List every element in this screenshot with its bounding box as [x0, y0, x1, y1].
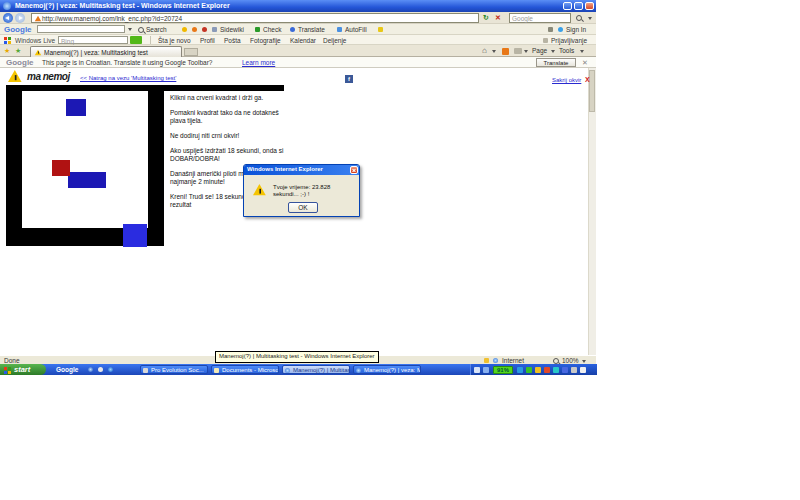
forward-arrow-icon — [19, 16, 23, 20]
battery-indicator[interactable]: 91% — [493, 366, 513, 374]
sidewiki-button[interactable]: Sidewiki — [220, 26, 244, 33]
page-caret-icon[interactable] — [551, 50, 555, 53]
tray-icon[interactable] — [535, 367, 541, 373]
tray-icon[interactable] — [571, 367, 577, 373]
tray-icon[interactable] — [562, 367, 568, 373]
start-button[interactable]: start — [0, 364, 46, 375]
quick-launch-icon[interactable] — [98, 367, 103, 372]
learn-more-link[interactable]: Learn more — [242, 59, 275, 66]
live-sign-in-button[interactable]: Prijavljivanje — [551, 37, 587, 44]
task-button-manemoj-multitasking[interactable]: Manemoj(?) | Multitas... — [282, 365, 350, 374]
ok-button[interactable]: OK — [288, 202, 318, 213]
translate-globe-icon[interactable] — [290, 27, 295, 32]
tools-menu[interactable]: Tools — [559, 47, 574, 54]
search-options-caret-icon[interactable] — [588, 17, 592, 20]
live-link-mail[interactable]: Pošta — [224, 37, 241, 44]
print-icon[interactable] — [514, 48, 522, 54]
live-link-profile[interactable]: Profil — [200, 37, 215, 44]
address-field[interactable]: http://www.manemoj.com/lnk_enc.php?id=20… — [31, 13, 479, 23]
tray-icon[interactable] — [553, 367, 559, 373]
game-red-square[interactable] — [52, 160, 70, 176]
tray-icon[interactable] — [526, 367, 532, 373]
tray-icon[interactable] — [580, 367, 586, 373]
autofill-button[interactable]: AutoFill — [345, 26, 367, 33]
dialog-warning-icon — [253, 184, 266, 195]
tray-volume-icon[interactable] — [474, 367, 480, 373]
translate-bar-button[interactable]: Translate — [536, 58, 576, 67]
task-icon — [356, 368, 361, 373]
start-label: start — [14, 365, 30, 374]
live-link-sharing[interactable]: Deljenje — [323, 37, 347, 44]
title-bar: Manemoj(?) | veza: Multitasking test - W… — [0, 0, 596, 12]
stop-icon[interactable]: ✕ — [495, 14, 501, 22]
autofill-icon[interactable] — [337, 27, 342, 32]
task-button-pro-evolution[interactable]: Pro Evolution Soc... — [140, 365, 208, 374]
task-button-label: Documents - Microsof... — [222, 367, 279, 373]
google-toolbar-search-input[interactable] — [37, 25, 125, 33]
toolbar-search-input[interactable]: Google — [509, 13, 571, 23]
dialog-close-icon[interactable] — [350, 166, 358, 174]
live-link-photos[interactable]: Fotografije — [250, 37, 281, 44]
sidewiki-icon[interactable] — [212, 27, 217, 32]
page-menu[interactable]: Page — [532, 47, 547, 54]
google-sign-in-button[interactable]: Sign In — [566, 26, 586, 33]
site-warning-icon — [35, 16, 41, 22]
highlighter-icon[interactable] — [378, 27, 383, 32]
game-blue-square-top — [66, 99, 86, 116]
notify-close-icon[interactable]: ✕ — [582, 59, 588, 67]
tab-active[interactable]: Manemoj(?) | veza: Multitasking test — [30, 46, 182, 57]
facebook-icon[interactable]: f — [345, 75, 353, 83]
quick-launch-icon[interactable] — [108, 367, 113, 372]
tools-caret-icon[interactable] — [580, 50, 584, 53]
home-icon[interactable]: ⌂ — [482, 46, 487, 55]
close-button[interactable] — [585, 2, 594, 10]
translate-button[interactable]: Translate — [298, 26, 325, 33]
bookmark-star-icon[interactable] — [182, 27, 187, 32]
toolbar-share-icon[interactable] — [202, 27, 207, 32]
tray-icon[interactable] — [517, 367, 523, 373]
task-button-documents[interactable]: Documents - Microsof... — [211, 365, 279, 374]
zoom-caret-icon[interactable] — [582, 360, 586, 363]
forward-button[interactable] — [15, 13, 25, 23]
windows-flag-icon — [4, 371, 7, 374]
zoom-level[interactable]: 100% — [562, 357, 579, 364]
frame-close-x[interactable]: X — [585, 76, 590, 83]
minimize-button[interactable] — [563, 2, 572, 10]
status-text: Done — [4, 357, 20, 364]
hide-frame-link[interactable]: Sakrij okvir — [552, 77, 581, 83]
maximize-button[interactable] — [574, 2, 583, 10]
alert-dialog: Windows Internet Explorer Tvoje vrijeme:… — [243, 164, 360, 217]
add-favorite-icon[interactable]: ★ — [15, 47, 21, 55]
search-icon[interactable] — [576, 15, 582, 21]
toolbar-settings-wrench-icon[interactable] — [548, 27, 553, 32]
back-button[interactable] — [3, 13, 13, 23]
divider — [150, 36, 151, 44]
print-caret-icon[interactable] — [524, 50, 528, 53]
home-caret-icon[interactable] — [492, 50, 496, 53]
google-search-caret-icon[interactable] — [128, 28, 132, 31]
toolbar-widget-icon[interactable] — [192, 27, 197, 32]
live-link-calendar[interactable]: Kalendar — [290, 37, 316, 44]
quick-launch-icon[interactable] — [88, 367, 93, 372]
translate-message: This page is in Croatian. Translate it u… — [42, 59, 212, 66]
bing-search-input[interactable]: Bing — [58, 36, 128, 44]
bing-go-button[interactable] — [130, 36, 142, 44]
instruction-line: Ne dodiruj niti crni okvir! — [170, 132, 288, 140]
task-button-manemoj-veza[interactable]: Manemoj(?) | veza: M... — [353, 365, 421, 374]
new-tab-button[interactable] — [184, 48, 198, 56]
tray-icon[interactable] — [544, 367, 550, 373]
check-button[interactable]: Check — [263, 26, 281, 33]
task-icon — [285, 368, 290, 373]
favorites-star-icon[interactable]: ★ — [4, 47, 10, 55]
google-search-button[interactable]: Search — [146, 26, 167, 33]
search-placeholder: Google — [512, 15, 533, 22]
feeds-icon[interactable] — [502, 48, 509, 55]
quick-launch-google-label[interactable]: Google — [56, 366, 78, 373]
spellcheck-icon[interactable] — [255, 27, 260, 32]
live-link-whats-new[interactable]: Šta je novo — [158, 37, 191, 44]
refresh-icon[interactable]: ↻ — [483, 14, 489, 22]
back-to-link[interactable]: << Natrag na vezu 'Multitasking test' — [80, 75, 176, 81]
tray-icon[interactable] — [483, 367, 489, 373]
address-bar-row: http://www.manemoj.com/lnk_enc.php?id=20… — [0, 12, 596, 24]
game-blue-rect — [68, 172, 106, 188]
